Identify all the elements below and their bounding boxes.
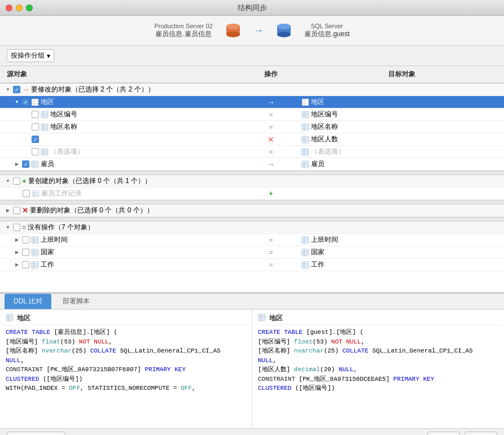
source-target-bar: Production Server 02 雇员信息.雇员信息 → SQL Ser… [0,16,504,46]
item-guojia[interactable]: ▶ 国家 = [0,246,504,259]
mingcheng-op: = [243,123,299,131]
col-source: 源对象 [0,68,243,80]
group-noop-checkbox[interactable] [13,224,20,231]
group-modify-dst [299,89,504,91]
tableopts-dst-icon [301,148,309,156]
dizhu-label: 地区 [41,97,54,107]
renshu-dst-label: 地区人数 [311,134,338,144]
guojia-expander[interactable]: ▶ [14,249,20,256]
titlebar: 结构同步 [0,0,504,16]
shangbansj-op: = [243,236,299,244]
bianhao-checkbox[interactable] [32,111,39,118]
svg-rect-52 [32,190,39,197]
group-noop-header[interactable]: ▼ = 没有操作（7 个对象） [0,221,504,234]
guojia-checkbox[interactable] [22,249,29,256]
tableopts-checkbox[interactable] [32,148,39,155]
footer: 保存设置文件 ▾ 上一步 下一步 [0,428,504,435]
group-delete-checkbox[interactable] [13,207,20,214]
gongzuo-dst-label: 工作 [311,260,325,269]
svg-rect-60 [302,237,309,243]
item-dizhu-tableopts[interactable]: （表选项） = （表选项） [0,146,504,158]
gongzuo-checkbox[interactable] [22,261,29,268]
item-dizhu-mingcheng[interactable]: 地区名称 = 地区名称 [0,121,504,133]
employee-op: → [243,160,299,169]
prev-step-button[interactable]: 上一步 [427,432,460,435]
guojia-table-icon [31,249,39,256]
shangbansj-dst-label: 上班时间 [311,235,338,245]
shangbansj-expander[interactable]: ▶ [14,237,20,243]
minimize-button[interactable] [16,5,23,11]
guojia-label: 国家 [41,247,54,257]
svg-rect-24 [41,124,48,130]
employee-checkbox[interactable]: ✓ [22,160,29,168]
shangbansj-checkbox[interactable] [22,236,29,243]
dizhu-dst-label: 地区 [311,97,325,107]
r-code-line-3: [地区名称] nvarchar(25) COLLATE SQL_Latin_Ge… [258,346,498,356]
gongzuo-expander[interactable]: ▶ [14,262,20,268]
dizhu-expander[interactable]: ▼ [14,99,20,106]
section-divider-1 [0,171,504,175]
tab-deploy-script[interactable]: 部署脚本 [54,294,99,309]
group-create-expander[interactable]: ▼ [5,178,11,185]
item-shangbansj[interactable]: ▶ 上班时间 = [0,234,504,246]
group-delete-dst [299,210,504,212]
svg-rect-36 [41,149,48,155]
item-dizhu-bianhao[interactable]: 地区编号 = 地区编号 [0,108,504,121]
item-dizhu[interactable]: ▼ ✓ 地区 → [0,96,504,108]
mingcheng-checkbox[interactable] [32,123,39,130]
group-delete-header[interactable]: ▶ ✕ 要删除的对象（已选择 0 个（共 0 个）） [0,205,504,217]
ddl-left-title: 地区 [17,314,30,323]
svg-rect-28 [302,124,309,130]
renshu-checkbox[interactable]: ✓ [32,136,39,143]
tab-ddl-compare[interactable]: DDL 比对 [5,294,51,309]
dizhu-dst-table-icon [301,98,309,106]
source-server-name: Production Server 02 [154,23,212,29]
svg-rect-12 [302,99,309,106]
gongzuo-table-icon [31,261,39,269]
group-delete-label: 要删除的对象（已选择 0 个（共 0 个）） [30,206,154,215]
worklog-checkbox[interactable] [23,190,30,197]
group-delete-icon: ✕ [22,206,28,215]
mingcheng-table-icon [41,123,49,131]
group-by-select[interactable]: 按操作分组 ▾ [7,49,54,62]
svg-rect-40 [302,149,309,155]
item-worklog[interactable]: 雇员工作记录 + [0,188,504,200]
group-modify-icon: → [22,85,29,94]
group-noop-expander[interactable]: ▼ [5,224,11,231]
ddl-left-pane[interactable]: 地区 CREATE TABLE [雇员信息].[地区] ( [地区编号] flo… [0,310,252,428]
item-employee[interactable]: ▶ ✓ 雇员 → [0,158,504,171]
dropdown-arrow: ▾ [47,52,50,60]
group-create-checkbox[interactable] [13,177,20,185]
group-modify-header[interactable]: ▼ ✓ → 要修改的对象（已选择 2 个（共 2 个）） [0,84,504,96]
maximize-button[interactable] [26,5,33,11]
source-info: Production Server 02 雇员信息.雇员信息 [154,23,212,39]
guojia-dst-icon [301,249,309,256]
save-settings-button[interactable]: 保存设置文件 ▾ [7,432,65,435]
code-line-6: CLUSTERED ([地区编号]) [6,375,246,384]
group-modify-checkbox[interactable]: ✓ [13,86,20,93]
tableopts-label: （表选项） [50,147,84,156]
ddl-left-table-icon [6,314,14,323]
section-divider-3 [0,217,504,221]
group-modify-expander[interactable]: ▼ [5,86,11,93]
item-dizhu-renshu[interactable]: ✓ ✕ 地区人数 [0,133,504,146]
ddl-tabs: DDL 比对 部署脚本 [0,294,504,310]
target-server-name: SQL Server [304,23,350,29]
close-button[interactable] [6,5,12,11]
svg-rect-64 [32,249,38,256]
employee-expander[interactable]: ▶ [14,161,20,168]
item-gongzuo[interactable]: ▶ 工作 = [0,259,504,271]
bianhao-op: = [243,111,299,119]
ddl-left-header: 地区 [2,312,249,325]
dizhu-checkbox[interactable]: ✓ [22,98,29,106]
ddl-right-pane[interactable]: 地区 CREATE TABLE [guest].[地区] ( [地区编号] fl… [252,310,504,428]
bianhao-dst: 地区编号 [299,108,504,120]
next-step-button[interactable]: 下一步 [464,432,497,435]
group-create-header[interactable]: ▼ + 要创建的对象（已选择 0 个（共 1 个）） [0,175,504,188]
r-code-line-2: [地区编号] float(53) NOT NULL, [258,337,498,347]
main-tree-area[interactable]: ▼ ✓ → 要修改的对象（已选择 2 个（共 2 个）） ▼ ✓ 地区 [0,84,504,293]
gongzuo-op: = [243,261,299,269]
mingcheng-dst-label: 地区名称 [311,122,338,132]
group-delete-expander[interactable]: ▶ [5,207,11,214]
svg-point-2 [226,32,240,37]
